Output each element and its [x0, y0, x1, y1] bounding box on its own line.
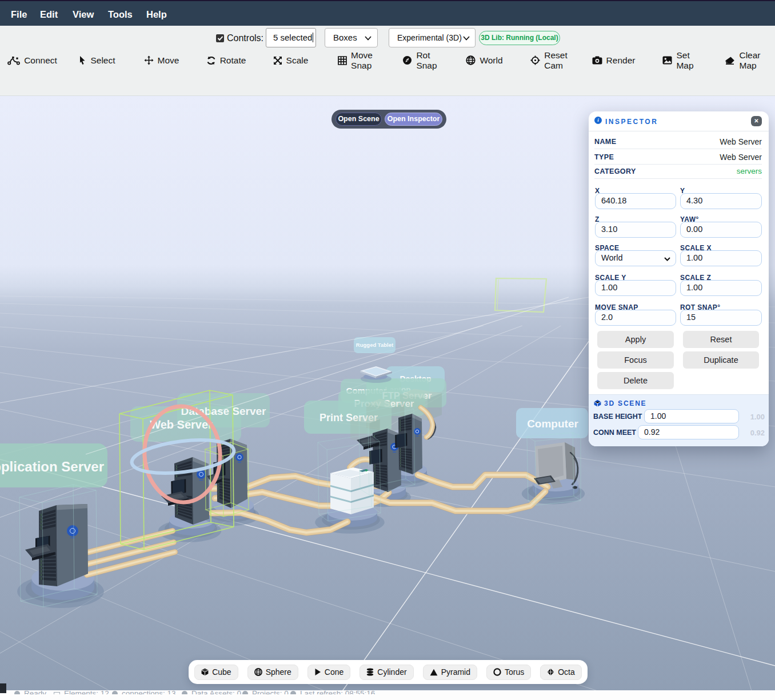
svg-text:Application Server: Application Server — [0, 459, 104, 474]
svg-text:Rugged Tablet: Rugged Tablet — [356, 342, 394, 348]
svg-text:Web Server: Web Server — [150, 418, 213, 431]
svg-text:Computer: Computer — [527, 418, 578, 430]
